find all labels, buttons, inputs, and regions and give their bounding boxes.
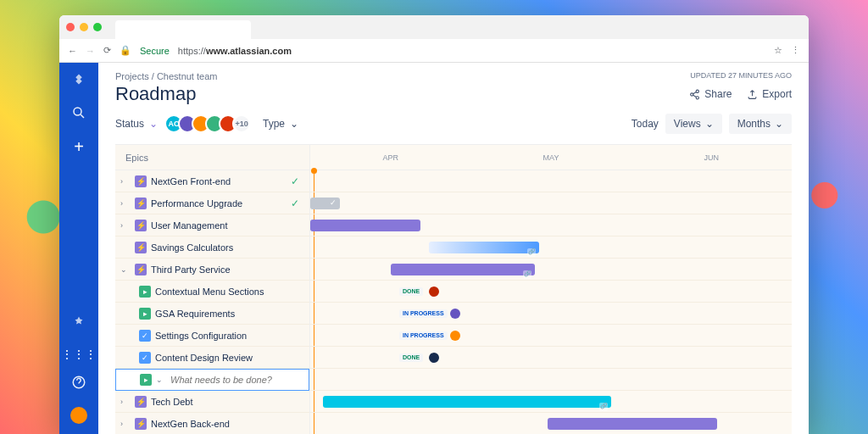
epic-row[interactable]: ›⚡Tech Debt (115, 391, 309, 413)
timeline-row[interactable] (310, 170, 792, 192)
star-icon[interactable]: ☆ (774, 45, 782, 56)
row-label: Performance Upgrade (151, 198, 242, 209)
epic-icon: ⚡ (135, 418, 147, 430)
search-icon[interactable] (71, 105, 86, 124)
gantt-bar[interactable]: ✓ (310, 198, 340, 209)
row-label: GSA Requirements (155, 309, 235, 319)
epic-icon: ⚡ (135, 264, 147, 275)
epic-row[interactable]: ⚡Savings Calculators (115, 236, 309, 259)
gantt-bar[interactable]: 🔗 (429, 242, 539, 253)
profile-avatar[interactable] (70, 407, 87, 424)
assignee-avatar[interactable] (450, 309, 460, 319)
secure-label: Secure (140, 46, 170, 56)
timeline[interactable]: APRMAYJUN ✓🔗🔗DONEIN PROGRESSIN PROGRESSD… (310, 145, 792, 434)
expand-icon[interactable]: › (120, 221, 131, 230)
expand-icon[interactable]: › (120, 398, 131, 406)
row-label: Content Design Review (155, 353, 253, 363)
epic-row[interactable]: ▸GSA Requirements (115, 303, 309, 325)
jira-logo-icon[interactable] (71, 73, 86, 92)
gantt-bar[interactable] (310, 220, 420, 231)
assignee-avatar[interactable] (429, 353, 439, 363)
epics-column: Epics ›⚡NextGen Front-end✓›⚡Performance … (115, 145, 310, 434)
gantt-bar[interactable]: 🔗 (323, 396, 611, 408)
task-icon: ✓ (139, 330, 151, 342)
create-icon[interactable]: + (74, 137, 84, 157)
timeline-row[interactable]: DONE (310, 281, 792, 303)
svg-point-2 (696, 90, 698, 92)
browser-tab[interactable] (115, 20, 251, 39)
assignee-avatar[interactable] (450, 331, 460, 341)
status-badge: DONE (399, 353, 423, 362)
timeline-row[interactable]: ✓ (310, 192, 792, 214)
share-button[interactable]: Share (689, 88, 732, 100)
assignee-avatar[interactable] (429, 287, 439, 297)
chevron-down-icon: ⌄ (705, 118, 714, 130)
timeline-row[interactable] (310, 413, 792, 434)
avatar-stack[interactable]: AC +10 (170, 114, 251, 133)
avatar-more[interactable]: +10 (232, 114, 251, 133)
apps-icon[interactable]: ⋮⋮⋮ (61, 348, 97, 361)
link-icon[interactable]: 🔗 (527, 248, 536, 257)
back-icon[interactable]: ← (68, 46, 77, 56)
epic-row[interactable]: ›⚡NextGen Front-end✓ (115, 170, 309, 192)
svg-point-3 (691, 92, 693, 95)
epic-row[interactable]: ▸⌄ (115, 369, 309, 391)
epic-icon: ⚡ (135, 220, 147, 231)
expand-icon[interactable]: ⌄ (120, 265, 131, 274)
link-icon[interactable]: 🔗 (523, 270, 531, 279)
chevron-down-icon[interactable]: ⌄ (156, 376, 166, 384)
menu-icon[interactable]: ⋮ (791, 45, 800, 56)
epic-row[interactable]: ✓Content Design Review (115, 347, 309, 369)
gantt-bar[interactable]: 🔗 (391, 264, 535, 275)
story-icon: ▸ (139, 308, 151, 320)
timeline-row[interactable] (310, 214, 792, 236)
type-filter[interactable]: Type ⌄ (263, 118, 298, 130)
month-header: MAY (470, 145, 631, 170)
tab-bar (59, 15, 809, 39)
epic-row[interactable]: ⌄⚡Third Party Service (115, 259, 309, 281)
link-icon[interactable]: 🔗 (599, 403, 608, 411)
reload-icon[interactable]: ⟳ (103, 45, 111, 56)
today-button[interactable]: Today (632, 114, 659, 134)
new-item-input[interactable] (170, 375, 303, 385)
epics-header: Epics (115, 145, 309, 170)
timeline-row[interactable]: IN PROGRESS (310, 303, 792, 325)
chevron-down-icon: ⌄ (775, 118, 783, 130)
epic-icon: ⚡ (135, 198, 147, 209)
export-button[interactable]: Export (747, 88, 792, 100)
timeline-row[interactable]: 🔗 (310, 391, 792, 413)
months-button[interactable]: Months ⌄ (729, 114, 792, 134)
expand-icon[interactable]: › (120, 420, 131, 428)
month-header: APR (310, 145, 470, 170)
help-icon[interactable] (71, 375, 86, 393)
browser-window: ← → ⟳ 🔒 Secure https://www.atlassian.com… (59, 15, 809, 434)
minimize-traffic-light[interactable] (80, 23, 88, 31)
timeline-row[interactable]: 🔗 (310, 236, 792, 259)
story-icon: ▸ (140, 374, 152, 386)
status-filter[interactable]: Status ⌄ (115, 118, 158, 130)
notification-icon[interactable] (71, 315, 86, 334)
timeline-row[interactable] (310, 369, 792, 391)
close-traffic-light[interactable] (66, 23, 75, 31)
epic-row[interactable]: ›⚡Performance Upgrade✓ (115, 192, 309, 214)
status-badge: IN PROGRESS (399, 309, 448, 318)
timeline-row[interactable]: IN PROGRESS (310, 325, 792, 347)
breadcrumb[interactable]: Projects / Chestnut team (115, 71, 217, 81)
epic-icon: ⚡ (135, 175, 147, 187)
row-label: Contextual Menu Sections (155, 287, 264, 297)
address-bar[interactable]: ← → ⟳ 🔒 Secure https://www.atlassian.com… (59, 39, 809, 63)
epic-row[interactable]: ›⚡User Management (115, 214, 309, 236)
expand-icon[interactable]: › (120, 199, 131, 208)
epic-row[interactable]: ›⚡NextGen Back-end (115, 413, 309, 434)
lock-icon: 🔒 (120, 45, 131, 56)
views-button[interactable]: Views ⌄ (665, 114, 722, 134)
gantt-bar[interactable] (548, 418, 717, 430)
updated-label: UPDATED 27 MINUTES AGO (690, 71, 792, 81)
zoom-traffic-light[interactable] (93, 23, 102, 31)
epic-row[interactable]: ✓Settings Configuration (115, 325, 309, 347)
timeline-row[interactable]: DONE (310, 347, 792, 369)
forward-icon[interactable]: → (86, 46, 95, 56)
timeline-row[interactable]: 🔗 (310, 259, 792, 281)
expand-icon[interactable]: › (120, 177, 131, 186)
epic-row[interactable]: ▸Contextual Menu Sections (115, 281, 309, 303)
